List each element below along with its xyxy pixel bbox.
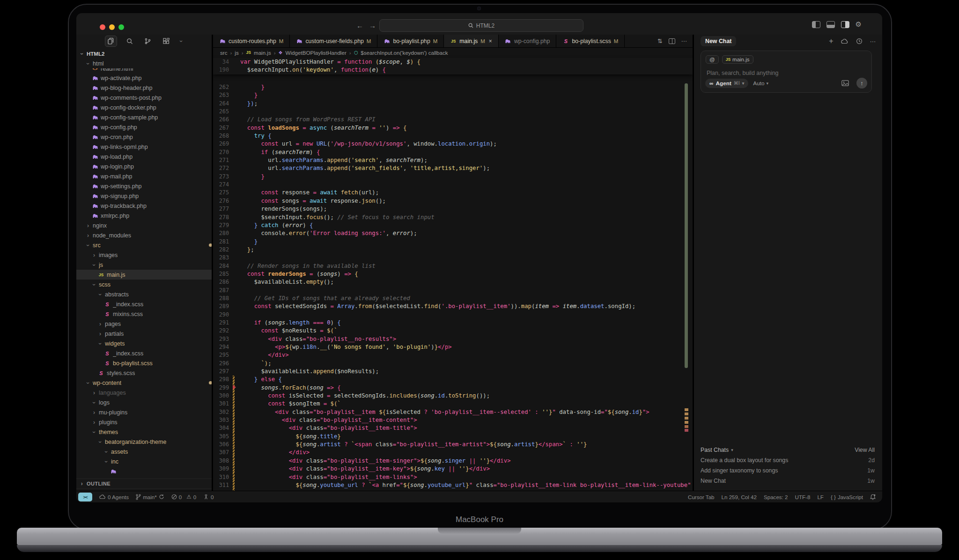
tree-item-node_modules[interactable]: ›node_modules xyxy=(76,230,212,240)
tree-item-wp-cron.php[interactable]: wp-cron.php xyxy=(76,132,212,142)
tree-item-main.js[interactable]: JSmain.jsM xyxy=(76,270,212,280)
cloud-icon[interactable] xyxy=(841,38,848,44)
git-branch-status[interactable]: main* xyxy=(136,494,164,500)
attach-image-button[interactable] xyxy=(841,80,849,86)
past-chat-item[interactable]: Add singer taxonomy to songs1w xyxy=(701,465,875,476)
tree-item-_index.scss[interactable]: S_index.scss xyxy=(76,348,212,358)
code-editor[interactable]: src› js› JS main.js› ❖ WidgetBOPlaylistH… xyxy=(213,48,693,491)
tree-item-themes[interactable]: ›themes xyxy=(76,427,212,437)
context-file-chip[interactable]: JS main.js xyxy=(722,55,753,64)
toggle-panel-icon[interactable] xyxy=(826,21,835,28)
editor-scrollbar-thumb[interactable] xyxy=(685,83,688,368)
tree-item-mixins.scss[interactable]: Smixins.scss xyxy=(76,309,212,319)
tree-item-wp-signup.php[interactable]: wp-signup.php xyxy=(76,191,212,201)
chevron-down-icon[interactable]: › xyxy=(178,39,184,44)
new-chat-icon[interactable]: + xyxy=(829,37,833,45)
breadcrumb-item[interactable]: js xyxy=(235,50,238,56)
extensions-icon[interactable] xyxy=(161,36,172,46)
tree-item-wp-comments-post.php[interactable]: wp-comments-post.php xyxy=(76,93,212,103)
past-chats-title[interactable]: Past Chats xyxy=(701,447,729,453)
tree-item-wp-settings.php[interactable]: wp-settings.php xyxy=(76,181,212,191)
breadcrumb-item[interactable]: main.js xyxy=(254,50,271,56)
tree-item-styles.scss[interactable]: Sstyles.scss xyxy=(76,368,212,378)
tree-item-mu-plugins[interactable]: ›mu-plugins xyxy=(76,407,212,417)
open-changes-icon[interactable]: ⇅ xyxy=(657,37,662,44)
tab-main.js[interactable]: JSmain.jsM× xyxy=(444,35,499,47)
model-selector[interactable]: Auto ▾ xyxy=(753,80,768,87)
tree-item-wp-config.php[interactable]: wp-config.php xyxy=(76,122,212,132)
tree-item-wp-links-opml.php[interactable]: wp-links-opml.php xyxy=(76,142,212,152)
tree-item-pages[interactable]: ›pages xyxy=(76,319,212,329)
history-icon[interactable] xyxy=(856,38,863,44)
tree-item-images[interactable]: ›images xyxy=(76,250,212,260)
tab-bo-playlist.php[interactable]: bo-playlist.phpM xyxy=(377,35,444,47)
past-chat-item[interactable]: Create a dual box layout for songs2d xyxy=(701,455,875,465)
zoom-window-button[interactable] xyxy=(118,24,124,30)
more-actions-icon[interactable]: ⋯ xyxy=(870,38,876,45)
minimize-window-button[interactable] xyxy=(109,24,115,30)
source-control-icon[interactable] xyxy=(142,36,154,46)
tree-item-wp-load.php[interactable]: wp-load.php xyxy=(76,152,212,162)
add-context-button[interactable]: @ xyxy=(706,55,719,64)
agent-mode-selector[interactable]: ∞ Agent ⌘I ▾ xyxy=(705,79,748,88)
tab-custom-routes.php[interactable]: custom-routes.phpM xyxy=(213,35,290,47)
encoding-status[interactable]: UTF-8 xyxy=(795,494,811,500)
tree-item-abstracts[interactable]: ›abstracts xyxy=(76,289,212,299)
explorer-icon[interactable] xyxy=(105,36,117,47)
tab-wp-config.php[interactable]: wp-config.php xyxy=(499,35,557,47)
tree-item-beatorganization-theme[interactable]: ›beatorganization-theme xyxy=(76,437,212,447)
notifications-bell[interactable] xyxy=(870,494,876,500)
tree-item-wp-trackback.php[interactable]: wp-trackback.php xyxy=(76,201,212,211)
tree-item-widgets[interactable]: ›widgets xyxy=(76,339,212,348)
outline-section[interactable]: › OUTLINE xyxy=(76,479,212,488)
tab-custom-user-fields.php[interactable]: custom-user-fields.phpM xyxy=(290,35,377,47)
tree-item-partials[interactable]: ›partials xyxy=(76,329,212,339)
tree-item-plugins[interactable]: ›plugins xyxy=(76,417,212,427)
tree-item-xmlrpc.php[interactable]: xmlrpc.php xyxy=(76,211,212,221)
tree-item-wp-content[interactable]: ›wp-content xyxy=(76,378,212,388)
split-editor-icon[interactable] xyxy=(669,38,675,44)
breadcrumb-item[interactable]: src xyxy=(220,50,227,56)
tree-item-wp-login.php[interactable]: wp-login.php xyxy=(76,162,212,171)
tree-item-logs[interactable]: ›logs xyxy=(76,398,212,407)
nav-back-button[interactable]: ← xyxy=(356,22,363,29)
language-mode-status[interactable]: { }JavaScript xyxy=(831,494,863,500)
tree-item-inc[interactable]: ›inc xyxy=(76,457,212,466)
tree-item-wp-blog-header.php[interactable]: wp-blog-header.php xyxy=(76,83,212,93)
agents-status[interactable]: 0 Agents xyxy=(99,494,129,500)
cursor-position-status[interactable]: Ln 259, Col 42 xyxy=(722,494,757,500)
tree-item-_index.scss[interactable]: S_index.scss xyxy=(76,299,212,309)
tree-item-wp-config-sample.php[interactable]: wp-config-sample.php xyxy=(76,112,212,122)
tree-item-js[interactable]: ›js xyxy=(76,260,212,270)
close-tab-icon[interactable]: × xyxy=(489,38,492,44)
tree-root[interactable]: ›HTML2 xyxy=(76,49,212,59)
tab-bo-playlist.scss[interactable]: Sbo-playlist.scssM xyxy=(556,35,625,47)
tree-item-wp-mail.php[interactable]: wp-mail.php xyxy=(76,171,212,181)
indentation-status[interactable]: Spaces: 2 xyxy=(764,494,788,500)
eol-status[interactable]: LF xyxy=(817,494,824,500)
ports-status[interactable]: 0 xyxy=(203,494,214,500)
tree-item-languages[interactable]: ›languages xyxy=(76,388,212,398)
tree-item-bo-playlist.scss[interactable]: Sbo-playlist.scssM xyxy=(76,358,212,368)
tree-item-wp-activate.php[interactable]: wp-activate.php xyxy=(76,73,212,83)
toggle-primary-sidebar-icon[interactable] xyxy=(812,21,820,28)
past-chat-item[interactable]: New Chat1w xyxy=(701,476,875,486)
tree-item-html[interactable]: ›html xyxy=(76,59,212,68)
chat-tab[interactable]: New Chat xyxy=(701,36,736,46)
view-all-link[interactable]: View All xyxy=(855,447,875,453)
chat-input[interactable]: @ JS main.js Plan, search, build anythin… xyxy=(701,51,872,93)
nav-forward-button[interactable]: → xyxy=(369,22,376,29)
send-button[interactable]: ↑ xyxy=(856,78,867,88)
timeline-section[interactable]: › TIMELINE xyxy=(76,488,212,491)
cursor-tab-status[interactable]: Cursor Tab xyxy=(688,494,715,500)
tree-item-scss[interactable]: ›scss xyxy=(76,280,212,289)
tree-item-nginx[interactable]: ›nginx xyxy=(76,221,212,230)
search-icon[interactable] xyxy=(124,36,135,46)
breadcrumb-item[interactable]: $searchInput.on('keydown') callback xyxy=(361,50,448,56)
tree-item-assets[interactable]: ›assets xyxy=(76,447,212,457)
close-window-button[interactable] xyxy=(100,24,105,30)
tree-item-clipped-file[interactable] xyxy=(76,466,212,476)
editor-more-actions-icon[interactable]: ⋯ xyxy=(681,37,687,44)
toggle-secondary-sidebar-icon[interactable] xyxy=(841,21,849,28)
settings-gear-icon[interactable]: ⚙ xyxy=(856,20,862,29)
